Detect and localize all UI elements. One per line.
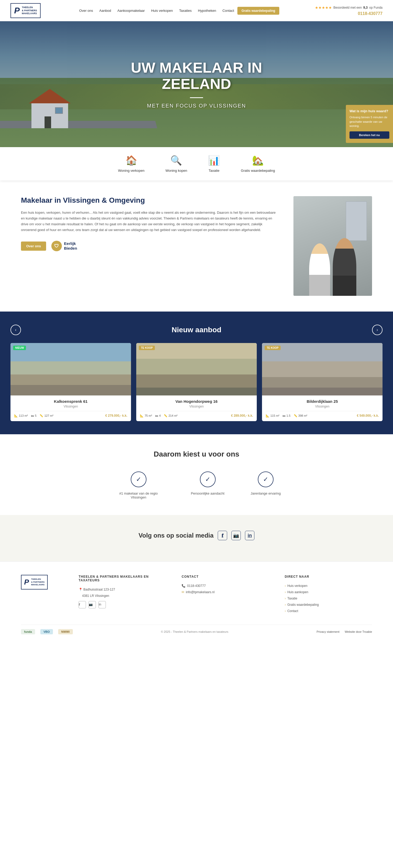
about-body: Een huis kopen, verkopen, huren of verhu…: [21, 210, 278, 233]
quicklink-woning-kopen[interactable]: 🔍 Woning kopen: [165, 155, 187, 173]
footer-direct-naar-col: DIRECT NAAR Huis verkopen Huis aankopen …: [285, 575, 372, 614]
rating-text: Beoordeeld met een: [333, 6, 362, 9]
widget-title: Wat is mijn huis waard?: [350, 109, 389, 113]
card-city-3: Vlissingen: [266, 405, 379, 408]
website-credit-link[interactable]: Website door Troabie: [345, 630, 372, 633]
taxatie-icon: 📊: [208, 155, 220, 166]
waarom-item-2: ✓ Persoonlijke aandacht: [191, 471, 225, 499]
footer-phone: 📞0118-430777: [182, 583, 269, 589]
footer-link-huis-verkopen[interactable]: Huis verkopen: [285, 583, 372, 589]
footer-link-taxatie[interactable]: Taxatie: [285, 595, 372, 601]
footer-logo-text: THEELEN & PARTNERS makelaars: [31, 578, 44, 586]
phone-number[interactable]: 0118-430777: [358, 11, 383, 16]
nav-cta-button[interactable]: Gratis waardebepaling: [237, 7, 280, 15]
footer-contact-col: CONTACT 📞0118-430777 ✉info@tpmakelaars.n…: [182, 575, 269, 614]
property-card-2[interactable]: TE KOOP Van Hogendorpweg 16 Vlissingen 📐…: [136, 343, 257, 421]
nav-over-ons[interactable]: Over ons: [76, 8, 96, 13]
nav-contact[interactable]: Contact: [219, 8, 237, 13]
card-badge-1: NIEUW: [13, 346, 26, 350]
waarom-items: ✓ #1 makelaar van de regio Vlissingen ✓ …: [10, 471, 383, 499]
rating-platform: op Funda: [369, 6, 383, 9]
spec-price-2: € 289.000,- k.k.: [231, 414, 253, 417]
footer-logo-letter: P: [24, 578, 29, 586]
nav-aankoopmakelaar[interactable]: Aankoopmakelaar: [114, 8, 148, 13]
waarom-title: Daarom kiest u voor ons: [10, 450, 383, 458]
vbo-badge: VBO: [40, 629, 53, 634]
rating-row: ★★★★★ Beoordeeld met een 9,3 op Funda: [315, 5, 383, 10]
about-text-block: Makelaar in Vlissingen & Omgeving Een hu…: [21, 196, 278, 251]
eerlijk-bieden-badge: 🛡 EerlijkBieden: [51, 241, 77, 251]
quicklink-woning-verkopen[interactable]: 🏠 Woning verkopen: [118, 155, 144, 173]
aanbod-title: Nieuw aanbod: [21, 326, 372, 334]
property-card-3[interactable]: TE KOOP Bilderdijklaan 25 Vlissingen 📐 1…: [262, 343, 383, 421]
card-specs-2: 📐 75 m² 🛏 4 📏 214 m² € 289.000,- k.k.: [140, 411, 253, 417]
social-title: Volg ons op social media 𝐟 📷 in: [10, 531, 383, 540]
quicklink-waardebepaling-label: Gratis waardebepaling: [241, 168, 275, 173]
card-image-3: TE KOOP: [262, 343, 383, 396]
carousel-prev-button[interactable]: ‹: [10, 324, 21, 335]
footer-bottom-links: Privacy statement Website door Troabie: [317, 630, 372, 633]
footer-bottom: funda VBO NWWI © 2025 - Theelen & Partne…: [21, 625, 372, 634]
footer-facebook-icon[interactable]: 𝐟: [78, 601, 86, 609]
property-card-1[interactable]: NIEUW Kalkoensprenk 61 Vlissingen 📐 113 …: [10, 343, 131, 421]
footer-logo-col: P THEELEN & PARTNERS makelaars: [21, 575, 63, 614]
social-icons: 𝐟 📷 in: [218, 531, 254, 540]
nwwi-badge: NWWI: [58, 629, 73, 634]
social-section: Volg ons op social media 𝐟 📷 in: [0, 515, 393, 561]
footer-top: P THEELEN & PARTNERS makelaars THEELEN &…: [21, 575, 372, 614]
floating-widget: Wat is mijn huis waard? Ontvang binnen 5…: [346, 105, 393, 143]
footer-email: ✉info@tpmakelaars.nl: [182, 589, 269, 595]
footer-company-col: THEELEN & PARTNERS MAKELAARS EN TAXATEUR…: [78, 575, 166, 614]
card-info-2: Van Hogendorpweg 16 Vlissingen 📐 75 m² 🛏…: [136, 396, 257, 421]
card-city-2: Vlissingen: [140, 405, 253, 408]
linkedin-icon[interactable]: in: [245, 531, 254, 540]
card-image-1: NIEUW: [10, 343, 131, 396]
spec-rooms-1: 🛏 5: [31, 414, 36, 417]
spec-price-3: € 549.000,- k.k.: [357, 414, 379, 417]
footer-link-contact[interactable]: Contact: [285, 608, 372, 614]
nav-hypotheken[interactable]: Hypotheken: [195, 8, 219, 13]
hero-section: UW MAKELAAR IN ZEELAND MET EEN FOCUS OP …: [0, 21, 393, 147]
widget-button[interactable]: Bereken het nu: [350, 131, 389, 139]
footer-linkedin-icon[interactable]: in: [99, 601, 106, 609]
footer-copyright: © 2025 - Theelen & Partners makelaars en…: [161, 630, 228, 633]
logo[interactable]: P THEELEN & PARTNERS makelaars: [10, 3, 41, 18]
hero-divider: [190, 97, 203, 98]
waarom-section: Daarom kiest u voor ons ✓ #1 makelaar va…: [0, 434, 393, 515]
footer-link-huis-aankopen[interactable]: Huis aankopen: [285, 589, 372, 595]
card-image-2: TE KOOP: [136, 343, 257, 396]
card-title-2: Van Hogendorpweg 16: [140, 399, 253, 404]
spec-lot-2: 📏 214 m²: [164, 414, 177, 417]
quicklink-waardebepaling[interactable]: 🏡 Gratis waardebepaling: [241, 155, 275, 173]
people-image: [293, 216, 372, 296]
main-nav: Over ons Aanbod Aankoopmakelaar Huis ver…: [76, 7, 279, 15]
widget-body: Ontvang binnen 5 minuten de geschatte wa…: [350, 115, 389, 128]
nav-aanbod[interactable]: Aanbod: [96, 8, 114, 13]
header: P THEELEN & PARTNERS makelaars Over ons …: [0, 0, 393, 21]
aanbod-header: ‹ Nieuw aanbod ›: [10, 324, 383, 335]
facebook-icon[interactable]: 𝐟: [218, 531, 227, 540]
footer-instagram-icon[interactable]: 📷: [89, 601, 96, 609]
footer-link-waardebepaling[interactable]: Gratis waardebepaling: [285, 601, 372, 608]
quicklink-buy-label: Woning kopen: [165, 168, 187, 173]
nav-taxaties[interactable]: Taxaties: [176, 8, 195, 13]
quicklink-taxatie[interactable]: 📊 Taxatie: [208, 155, 220, 173]
header-right: ★★★★★ Beoordeeld met een 9,3 op Funda 01…: [315, 5, 383, 16]
nav-huis-verkopen[interactable]: Huis verkopen: [148, 8, 176, 13]
card-info-3: Bilderdijklaan 25 Vlissingen 📐 115 m² 🛏 …: [262, 396, 383, 421]
footer: P THEELEN & PARTNERS makelaars THEELEN &…: [0, 561, 393, 640]
carousel-next-button[interactable]: ›: [372, 324, 383, 335]
over-ons-button[interactable]: Over ons: [21, 242, 46, 251]
card-specs-3: 📐 115 m² 🛏 1.5 📏 398 m² € 549.000,- k.k.: [266, 411, 379, 417]
property-cards: NIEUW Kalkoensprenk 61 Vlissingen 📐 113 …: [10, 343, 383, 421]
about-title: Makelaar in Vlissingen & Omgeving: [21, 196, 278, 205]
hero-subtitle: MET EEN FOCUS OP VLISSINGEN: [147, 103, 246, 109]
rating-stars: ★★★★★: [315, 5, 332, 10]
card-specs-1: 📐 113 m² 🛏 5 📏 127 m² € 279.000,- k.k.: [14, 411, 127, 417]
spec-lot-1: 📏 127 m²: [39, 414, 53, 417]
check-icon-2: ✓: [200, 471, 216, 487]
footer-social-row: 𝐟 📷 in: [78, 601, 166, 609]
quicklink-taxatie-label: Taxatie: [208, 168, 219, 173]
instagram-icon[interactable]: 📷: [231, 531, 241, 540]
privacy-statement-link[interactable]: Privacy statement: [317, 630, 339, 633]
